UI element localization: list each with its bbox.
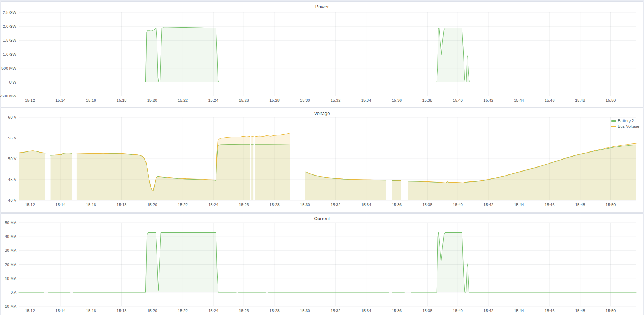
legend-item-battery-2[interactable]: Battery 2 [611, 119, 634, 123]
panel-voltage: Voltage 60 V55 V50 V45 V40 V15:1215:1415… [1, 108, 643, 212]
legend-label: Battery 2 [618, 119, 634, 123]
legend-swatch [611, 120, 616, 122]
bus-voltage-series-fill [19, 151, 45, 200]
bus-voltage-series-fill [255, 133, 290, 200]
current-chart-canvas[interactable] [1, 214, 642, 314]
power-series-fill [411, 28, 636, 82]
current-series-fill [411, 233, 636, 292]
voltage-chart-canvas[interactable] [1, 108, 642, 211]
power-chart-canvas[interactable] [1, 2, 642, 106]
panel-title-voltage[interactable]: Voltage [1, 111, 643, 116]
legend-item-bus-voltage[interactable]: Bus Voltage [611, 124, 639, 128]
bus-voltage-series-fill [51, 153, 72, 201]
bus-voltage-series-fill [392, 180, 401, 200]
panel-power: Power 2.5 GW2.0 GW1.5 GW1.0 GW500 MW0 W-… [1, 1, 643, 107]
current-series-fill [73, 233, 236, 292]
panel-title-current[interactable]: Current [1, 216, 643, 221]
voltage-legend: Battery 2Bus Voltage [611, 119, 639, 128]
power-series-fill [73, 27, 236, 82]
legend-label: Bus Voltage [618, 124, 639, 128]
bus-voltage-series-fill [251, 136, 253, 200]
panel-title-power[interactable]: Power [1, 4, 643, 9]
dashboard: { "page": { "background_color": "#e9ecf3… [0, 0, 644, 315]
bus-voltage-series-fill [408, 143, 636, 200]
legend-swatch [611, 126, 616, 127]
bus-voltage-series-fill [77, 136, 250, 200]
panel-current: Current 50 MA40 MA30 MA20 MA10 MA0 A-10 … [1, 213, 643, 315]
bus-voltage-series-line [251, 136, 253, 137]
